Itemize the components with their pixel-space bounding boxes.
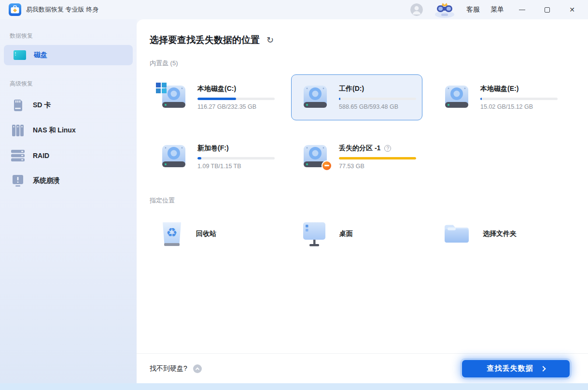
location-select-folder[interactable]: 选择文件夹 (433, 215, 574, 253)
specified-location-label: 指定位置 (150, 196, 588, 205)
hard-drive-icon (301, 144, 329, 170)
drive-card-c[interactable]: 本地磁盘(C:) 116.27 GB/232.35 GB (150, 74, 281, 120)
svg-text:♻: ♻ (166, 225, 177, 240)
app-title: 易我数据恢复 专业版 终身 (26, 5, 98, 14)
chevron-up-icon[interactable] (193, 364, 202, 373)
windows-badge-icon (156, 83, 167, 93)
page-title: 选择要查找丢失数据的位置 (150, 34, 260, 46)
capacity-bar (339, 98, 416, 100)
sidebar-item-sd-card[interactable]: SD 卡 (0, 93, 137, 118)
nas-icon (11, 124, 25, 137)
drive-card-f[interactable]: 新加卷(F:) 1.09 TB/1.15 TB (150, 134, 281, 180)
hard-drive-icon (160, 85, 188, 111)
location-label: 选择文件夹 (483, 230, 517, 238)
drive-capacity: 588.65 GB/593.48 GB (339, 103, 416, 110)
lost-partition-badge-icon (322, 160, 332, 171)
minimize-button[interactable] (515, 3, 529, 16)
recycle-bin-icon: ♻ (160, 220, 183, 247)
folder-icon (443, 223, 470, 245)
drive-capacity: 116.27 GB/232.35 GB (197, 103, 275, 110)
drive-card-lost-partition[interactable]: 丢失的分区 -1 ? 77.53 GB (291, 134, 422, 180)
menu-link[interactable]: 菜单 (490, 5, 504, 14)
title-bar: 易我数据恢复 专业版 终身 客服 菜单 ✕ (0, 0, 588, 19)
location-grid: ♻ 回收站 桌面 选择文件夹 (150, 215, 588, 253)
sd-card-icon (11, 99, 25, 112)
capacity-bar (197, 98, 275, 100)
user-avatar[interactable] (410, 3, 423, 16)
drive-name: 工作(D:) (339, 85, 416, 93)
maximize-button[interactable] (540, 3, 554, 16)
sidebar-section-advanced: 高级恢复 (10, 80, 137, 88)
sidebar-item-label: RAID (33, 152, 49, 159)
location-recycle-bin[interactable]: ♻ 回收站 (150, 215, 291, 253)
sidebar-item-system-crash[interactable]: 系统崩溃 (0, 168, 137, 193)
support-link[interactable]: 客服 (466, 5, 480, 14)
internal-disks-label: 内置盘 (5) (150, 59, 588, 68)
sidebar-item-label: 系统崩溃 (33, 176, 60, 185)
capacity-bar (480, 98, 558, 100)
sidebar-item-label: NAS 和 Linux (33, 126, 76, 135)
hard-drive-icon (160, 144, 188, 170)
drive-capacity: 1.09 TB/1.15 TB (197, 163, 275, 170)
app-logo-icon (9, 3, 21, 16)
raid-icon (11, 150, 25, 161)
drive-card-e[interactable]: 本地磁盘(E:) 15.02 GB/15.12 GB (433, 74, 564, 120)
sidebar-item-label: SD 卡 (33, 101, 51, 110)
location-label: 回收站 (196, 230, 216, 238)
disk-icon (14, 50, 26, 60)
sidebar-item-label: 磁盘 (34, 51, 47, 59)
system-crash-icon (11, 174, 25, 187)
drive-name: 本地磁盘(C:) (197, 85, 275, 93)
location-label: 桌面 (339, 230, 353, 238)
sidebar-item-raid[interactable]: RAID (0, 143, 137, 168)
cant-find-drive-hint: 找不到硬盘? (150, 364, 187, 373)
main-panel: 选择要查找丢失数据的位置 ↻ 内置盘 (5) (137, 19, 588, 383)
drive-grid: 本地磁盘(C:) 116.27 GB/232.35 GB (150, 74, 588, 180)
footer-bar: 找不到硬盘? 查找丢失数据 (137, 353, 588, 383)
scan-lost-data-button[interactable]: 查找丢失数据 (462, 360, 570, 377)
desktop-icon (302, 221, 327, 246)
capacity-bar (197, 157, 275, 159)
sidebar: 数据恢复 磁盘 高级恢复 SD 卡 (0, 19, 137, 383)
location-desktop[interactable]: 桌面 (291, 215, 433, 253)
drive-name: 本地磁盘(E:) (480, 85, 558, 93)
hard-drive-icon (301, 85, 329, 111)
scan-button-label: 查找丢失数据 (487, 364, 533, 373)
sidebar-item-disk[interactable]: 磁盘 (4, 45, 133, 65)
drive-name: 新加卷(F:) (197, 144, 275, 153)
minimize-icon (519, 10, 525, 10)
close-button[interactable]: ✕ (565, 3, 579, 16)
refresh-icon[interactable]: ↻ (266, 36, 274, 44)
hard-drive-icon (443, 85, 471, 111)
maximize-icon (545, 7, 550, 13)
capacity-bar (339, 157, 416, 159)
chevron-right-icon (540, 366, 546, 371)
sidebar-item-nas-linux[interactable]: NAS 和 Linux (0, 118, 137, 143)
close-icon: ✕ (569, 6, 575, 13)
drive-capacity: 77.53 GB (339, 163, 416, 170)
drive-name: 丢失的分区 -1 (339, 144, 380, 153)
window-bottom-strip (0, 383, 588, 390)
help-icon[interactable]: ? (384, 145, 391, 152)
drive-capacity: 15.02 GB/15.12 GB (480, 103, 558, 110)
drive-card-d-selected[interactable]: 工作(D:) 588.65 GB/593.48 GB (291, 74, 422, 120)
vip-mascot-icon[interactable] (434, 1, 456, 18)
sidebar-section-data-recovery: 数据恢复 (10, 32, 137, 40)
